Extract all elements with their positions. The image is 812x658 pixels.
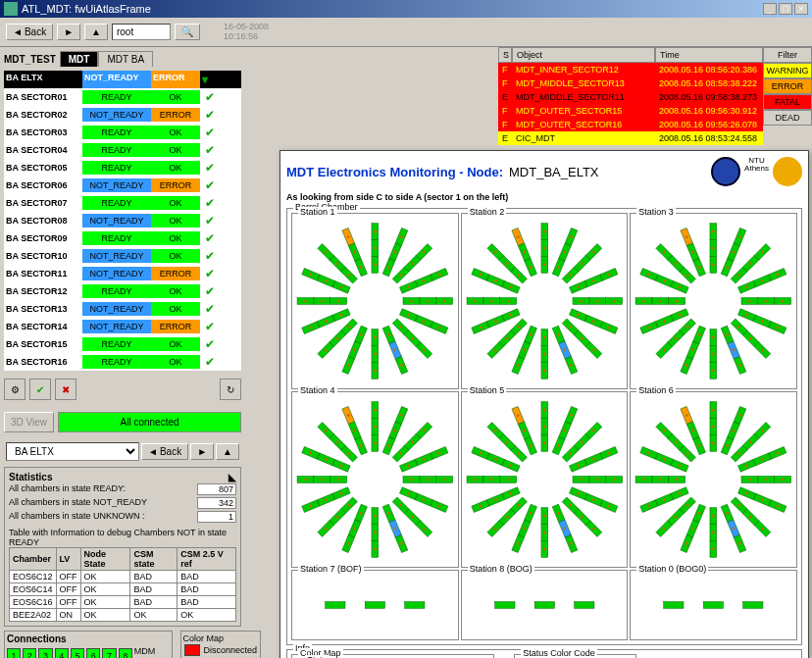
sector-row[interactable]: BA SECTOR12 READY OK ✔ <box>4 282 241 300</box>
sector-row[interactable]: BA SECTOR06 NOT_READY ERROR ✔ <box>4 177 241 194</box>
filter-dead[interactable]: DEAD <box>763 110 812 126</box>
check-icon[interactable]: ✔ <box>29 379 51 400</box>
svg-point-153 <box>347 542 350 545</box>
svg-rect-290 <box>405 602 425 609</box>
svg-point-123 <box>663 320 666 323</box>
sector-row[interactable]: BA SECTOR03 READY OK ✔ <box>4 124 241 141</box>
mdm-pc-3[interactable]: 3 <box>38 648 52 658</box>
sector-row[interactable]: BA SECTOR11 NOT_READY ERROR ✔ <box>4 265 241 282</box>
ntu-logo <box>773 157 802 186</box>
chamber-row[interactable]: EOS6C16OFFOKBADBAD <box>10 596 236 609</box>
sector-row[interactable]: BA SECTOR07 READY OK ✔ <box>4 194 241 212</box>
event-header-s[interactable]: S <box>498 47 512 63</box>
svg-point-86 <box>569 326 572 329</box>
svg-point-96 <box>712 230 715 233</box>
svg-point-196 <box>612 479 615 481</box>
svg-point-91 <box>509 314 512 317</box>
event-row[interactable]: FMDT_MIDDLE_SECTOR132008.05.16 08:58:38.… <box>498 76 763 90</box>
stat-value: 1 <box>197 511 236 523</box>
chamber-row[interactable]: EOS6C14OFFOKBADBAD <box>10 583 236 596</box>
station-2: Station 2 <box>461 213 629 389</box>
mdm-pc-1[interactable]: 1 <box>7 648 21 658</box>
chamber-header[interactable]: CSM state <box>130 548 178 571</box>
nav-back-button[interactable]: ◄ Back <box>141 443 188 460</box>
chamber-header[interactable]: LV <box>56 548 80 571</box>
nav-up-button[interactable]: ▲ <box>216 443 239 460</box>
sector-row[interactable]: BA SECTOR08 NOT_READY OK ✔ <box>4 212 241 229</box>
sector-row[interactable]: BA SECTOR09 READY OK ✔ <box>4 229 241 247</box>
chamber-row[interactable]: BEE2A02ONOKOKOK <box>10 609 236 622</box>
stats-title: Statistics <box>9 472 52 482</box>
mdm-pc-5[interactable]: 5 <box>71 648 84 658</box>
gear-icon[interactable]: ⚙ <box>4 379 25 400</box>
maximize-button[interactable]: □ <box>779 3 792 15</box>
sector-header-row: BA ELTX NOT_READY ERROR ▾ <box>4 71 241 88</box>
mdm-pc-8[interactable]: 8 <box>119 648 132 658</box>
station-1: Station 1 <box>291 213 459 389</box>
sector-row[interactable]: BA SECTOR16 READY OK ✔ <box>4 353 241 371</box>
monitor-subtitle: As looking from side C to side A (sector… <box>280 192 808 206</box>
svg-point-98 <box>761 251 764 254</box>
tab-mdt[interactable]: MDT <box>60 51 99 67</box>
close-button[interactable]: × <box>794 3 808 15</box>
mdm-pc-2[interactable]: 2 <box>23 648 36 658</box>
event-header-time[interactable]: Time <box>655 47 763 63</box>
path-input[interactable] <box>112 24 171 40</box>
sector-row[interactable]: BA SECTOR01 READY OK ✔ <box>4 88 241 106</box>
chamber-row[interactable]: EOS6C12OFFOKBADBAD <box>10 571 236 583</box>
check-icon: ✔ <box>200 247 220 265</box>
chamber-header[interactable]: Node State <box>80 548 130 571</box>
sector-row[interactable]: BA SECTOR04 READY OK ✔ <box>4 141 241 159</box>
svg-point-120 <box>712 353 715 356</box>
forward-button[interactable]: ► <box>57 24 80 40</box>
filter-error[interactable]: ERROR <box>763 78 812 94</box>
colormap-title: Color Map <box>183 633 259 643</box>
svg-point-285 <box>679 464 682 467</box>
svg-point-99 <box>777 274 780 277</box>
minimize-button[interactable]: _ <box>763 3 777 15</box>
mdm-pc-7[interactable]: 7 <box>102 648 116 658</box>
collapse-icon[interactable]: ◣ <box>228 472 236 482</box>
svg-point-87 <box>557 333 560 336</box>
filter-fatal[interactable]: FATAL <box>763 94 812 110</box>
event-row[interactable]: EMDT_MIDDLE_SECTOR112008.05.16 09:58:38.… <box>498 90 763 104</box>
header-menu-icon[interactable]: ▾ <box>200 71 220 88</box>
sector-row[interactable]: BA SECTOR14 NOT_READY ERROR ✔ <box>4 318 241 335</box>
event-header-obj[interactable]: Object <box>512 47 655 63</box>
event-row[interactable]: FMDT_OUTER_SECTOR162008.05.16 09:56:26.0… <box>498 118 763 131</box>
mdm-pc-6[interactable]: 6 <box>86 648 100 658</box>
sector-row[interactable]: BA SECTOR02 NOT_READY ERROR ✔ <box>4 106 241 124</box>
tab-mdt-ba[interactable]: MDT BA <box>98 51 153 67</box>
svg-point-40 <box>374 336 377 339</box>
up-button[interactable]: ▲ <box>84 24 108 40</box>
event-row[interactable]: ECIC_MDT2008.05.16 08:53:24.558 <box>498 131 763 145</box>
svg-point-156 <box>304 479 307 481</box>
refresh-icon[interactable]: ↻ <box>220 379 241 400</box>
sector-row[interactable]: BA SECTOR13 NOT_READY OK ✔ <box>4 300 241 318</box>
event-row[interactable]: FMDT_INNER_SECTOR122008.05.16 08:56:20.3… <box>498 63 763 76</box>
back-button[interactable]: ◄ Back <box>6 24 53 40</box>
filter-warning[interactable]: WARNING <box>763 63 812 78</box>
svg-point-253 <box>648 452 651 455</box>
cross-icon[interactable]: ✖ <box>55 379 76 400</box>
svg-point-255 <box>685 414 688 417</box>
nav-fwd-button[interactable]: ► <box>190 443 214 460</box>
sector-row[interactable]: BA SECTOR15 READY OK ✔ <box>4 335 241 353</box>
search-button[interactable]: 🔍 <box>175 24 200 40</box>
svg-point-242 <box>761 430 764 432</box>
mdm-pc-4[interactable]: 4 <box>55 648 69 658</box>
chamber-header[interactable]: Chamber <box>10 548 57 571</box>
svg-point-85 <box>577 314 580 317</box>
svg-point-238 <box>517 452 520 455</box>
svg-point-140 <box>676 300 679 303</box>
sector-row[interactable]: BA SECTOR10 NOT_READY OK ✔ <box>4 247 241 265</box>
event-row[interactable]: FMDT_OUTER_SECTOR152008.05.16 09:56:30.9… <box>498 104 763 118</box>
svg-point-148 <box>443 479 446 481</box>
svg-point-141 <box>679 285 682 288</box>
svg-point-166 <box>411 516 414 519</box>
table-caption: Table with Information to debug Chambers… <box>9 528 236 547</box>
sector-row[interactable]: BA SECTOR05 READY OK ✔ <box>4 159 241 177</box>
node-select[interactable]: BA ELTX <box>6 442 139 461</box>
check-icon: ✔ <box>200 353 220 371</box>
chamber-header[interactable]: CSM 2.5 V ref <box>178 548 236 571</box>
